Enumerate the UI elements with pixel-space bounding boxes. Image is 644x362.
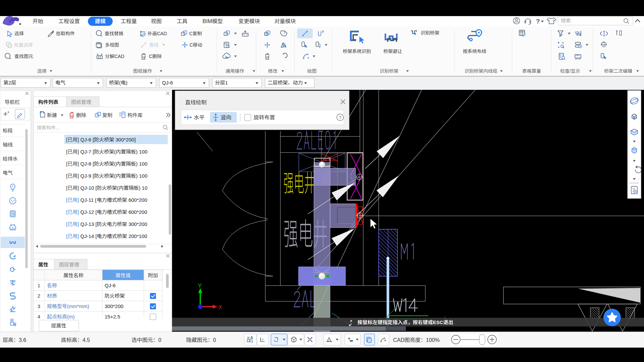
svg-text:1: 1	[225, 80, 228, 85]
svg-text:2: 2	[8, 80, 11, 85]
svg-text:(: (	[114, 173, 116, 179]
svg-text:CAD: CAD	[393, 337, 405, 343]
svg-text:200*100: 200*100	[128, 233, 147, 239]
svg-text:): )	[126, 80, 127, 85]
svg-text:(: (	[117, 185, 119, 191]
svg-text:(mm*mm): (mm*mm)	[67, 303, 89, 309]
svg-text:) 100: ) 100	[136, 173, 147, 179]
svg-text:600*200: 600*200	[128, 197, 147, 203]
svg-text:15+2.5: 15+2.5	[105, 314, 120, 319]
svg-text:]: ]	[77, 233, 79, 239]
svg-text:]: ]	[77, 173, 79, 179]
svg-text:(m): (m)	[67, 314, 75, 319]
svg-text:QJ-11 [: QJ-11 [	[80, 197, 97, 203]
svg-text:3: 3	[38, 303, 40, 309]
svg-text:]: ]	[77, 149, 79, 155]
svg-text:2: 2	[38, 293, 40, 299]
svg-text:/: /	[570, 68, 571, 74]
svg-text:3.6: 3.6	[19, 337, 26, 343]
svg-text:]: ]	[77, 197, 79, 203]
svg-text:QJ-14 [: QJ-14 [	[80, 233, 97, 239]
svg-text:QJ-13 [: QJ-13 [	[80, 221, 97, 227]
svg-text:100%: 100%	[426, 337, 440, 343]
svg-text:3D: 3D	[632, 116, 636, 119]
svg-text:QJ-9 [: QJ-9 [	[80, 173, 95, 179]
svg-text:) 100: ) 100	[136, 149, 147, 155]
svg-text:...: ...	[56, 125, 60, 130]
svg-text:?: ?	[536, 18, 540, 25]
svg-text:300*200]: 300*200]	[116, 137, 136, 142]
svg-text:QJ-12 [: QJ-12 [	[80, 209, 97, 215]
svg-text:QJ-6 [: QJ-6 [	[80, 137, 95, 142]
svg-text:C: C	[149, 54, 152, 59]
svg-text:) 10: ) 10	[139, 185, 148, 191]
svg-text:C: C	[190, 42, 193, 48]
svg-text:1: 1	[38, 283, 40, 288]
svg-text:300*200: 300*200	[105, 303, 123, 309]
svg-text:QJ-10 [: QJ-10 [	[80, 185, 97, 191]
svg-text:(: (	[114, 149, 116, 155]
svg-text:QJ-8 [: QJ-8 [	[80, 161, 95, 167]
svg-text:C: C	[189, 31, 193, 36]
svg-text:4.5: 4.5	[83, 337, 90, 343]
svg-text:]: ]	[77, 161, 79, 167]
svg-text:Y: Y	[198, 283, 202, 289]
svg-text:(: (	[114, 161, 116, 167]
svg-text:(: (	[119, 80, 121, 85]
svg-text:QJ-6: QJ-6	[105, 283, 116, 288]
svg-text:BIM: BIM	[203, 18, 212, 24]
svg-text:600*200: 600*200	[128, 209, 147, 215]
svg-text:]: ]	[77, 137, 79, 142]
svg-text:]: ]	[77, 209, 79, 215]
svg-text:CAD: CAD	[114, 54, 124, 59]
svg-text:CAD: CAD	[157, 31, 167, 36]
svg-text:QJ-6: QJ-6	[162, 80, 173, 85]
svg-text:QJ-7 [: QJ-7 [	[80, 149, 95, 155]
svg-text:0: 0	[158, 337, 161, 343]
svg-text:4: 4	[38, 314, 40, 319]
svg-text:]: ]	[77, 221, 79, 227]
svg-text:) 100: ) 100	[136, 161, 147, 167]
svg-text:X: X	[218, 304, 222, 310]
svg-text:?: ?	[339, 115, 341, 120]
svg-text:300*200: 300*200	[128, 221, 147, 227]
svg-text:0: 0	[213, 337, 216, 343]
svg-text:ESC: ESC	[433, 319, 443, 325]
svg-text:]: ]	[77, 185, 79, 191]
